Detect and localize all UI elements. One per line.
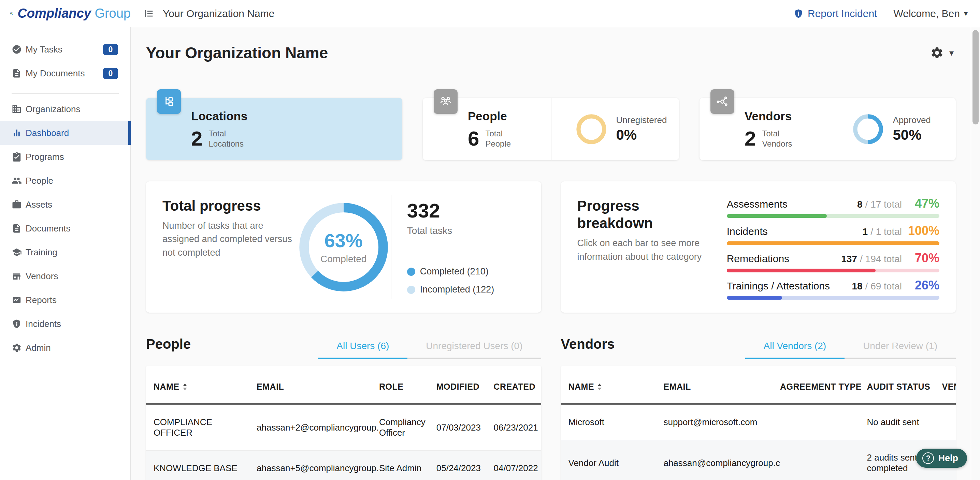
progress-bar-fill [727,296,782,299]
sidebar-item-dashboard[interactable]: Dashboard [0,121,130,145]
sidebar-item-label: Reports [25,295,57,306]
tab-unregistered-users[interactable]: Unregistered Users (0) [407,341,541,359]
col-header-agreement-type[interactable]: AGREEMENT TYPE [780,366,867,404]
cell-agreement-type [780,440,867,480]
my-tasks-count-badge: 0 [103,44,118,55]
sidebar-item-vendors[interactable]: Vendors [0,264,130,288]
col-header-name[interactable]: NAME [561,366,664,404]
total-progress-description: Number of tasks that are assigned and co… [162,219,296,259]
breakdown-row-trainings[interactable]: Trainings / Attestations 18 / 69 total 2… [727,278,939,299]
cell-email: support@microsoft.com [663,404,780,440]
col-header-vendor-cut[interactable]: VEN [942,366,956,404]
cell-created: 06/23/2021 [494,404,541,451]
locations-card[interactable]: Locations 2 TotalLocations [146,98,402,160]
sidebar-item-reports[interactable]: Reports [0,288,130,312]
sidebar-item-incidents[interactable]: Incidents [0,312,130,336]
table-row[interactable]: COMPLIANCE OFFICER ahassan+2@compliancyg… [146,404,541,451]
vendors-table: NAME EMAIL AGREEMENT TYPE AUDIT STATUS V… [561,366,956,480]
unregistered-pct: 0% [616,127,667,143]
progress-breakdown-card: Progress breakdown Click on each bar to … [561,181,956,313]
sidebar-item-my-tasks[interactable]: My Tasks 0 [0,38,130,61]
dashboard-chart-icon [11,128,22,138]
card-title: Vendors [745,109,828,123]
legend-label: Incompleted (122) [420,284,495,295]
col-header-created[interactable]: CREATED [494,366,541,404]
col-header-audit-status[interactable]: AUDIT STATUS [867,366,942,404]
breakdown-row-incidents[interactable]: Incidents 1 / 1 total 100% [727,223,939,245]
org-settings-gear-icon[interactable] [930,46,944,60]
cell-email: ahassan+5@compliancygroup.com [256,451,379,480]
cell-email: ahassan@compliancygroup.com [663,440,780,480]
breakdown-label: Trainings / Attestations [727,280,852,292]
sidebar: My Tasks 0 My Documents 0 Organizations … [0,27,131,480]
sidebar-item-documents[interactable]: Documents [0,217,130,240]
locations-total-label: TotalLocations [208,128,243,149]
donut-label: Approved [893,115,931,125]
table-row[interactable]: Microsoft support@microsoft.com No audit… [561,404,956,440]
page-title: Your Organization Name [146,44,328,62]
breakdown-row-assessments[interactable]: Assessments 8 / 17 total 47% [727,196,939,218]
help-button[interactable]: ? Help [916,448,967,468]
progress-bar-fill [727,214,827,218]
brand-logo[interactable]: Compliancy Group [0,0,131,27]
cell-name: COMPLIANCE OFFICER [146,404,256,451]
org-menu-caret-icon[interactable]: ▾ [949,48,954,58]
scrollbar-thumb[interactable] [972,30,978,124]
table-row[interactable]: Vendor Audit ahassan@compliancygroup.com… [561,440,956,480]
approved-pct: 50% [893,127,931,143]
progress-breakdown-title: Progress breakdown [578,197,690,232]
sidebar-item-people[interactable]: People [0,169,130,193]
cell-role: Compliancy Officer [379,404,436,451]
col-header-email[interactable]: EMAIL [663,366,780,404]
welcome-label: Welcome, Ben [893,8,960,19]
breakdown-count: 1 [862,227,868,237]
sidebar-item-label: Vendors [25,271,58,282]
people-card[interactable]: People 6 TotalPeople Unregistered 0% [423,98,679,160]
tab-all-vendors[interactable]: All Vendors (2) [745,341,845,359]
people-table-card: NAME EMAIL ROLE MODIFIED CREATED COMPLIA… [146,366,541,480]
sidebar-item-my-documents[interactable]: My Documents 0 [0,61,130,85]
total-progress-title: Total progress [162,197,296,214]
total-progress-pct: 63% [320,230,366,252]
breakdown-label: Assessments [727,198,857,210]
col-header-email[interactable]: EMAIL [256,366,379,404]
tab-all-users[interactable]: All Users (6) [318,341,407,359]
organizations-icon [11,104,22,114]
total-tasks-label: Total tasks [407,225,541,236]
cell-name: Vendor Audit [561,440,664,480]
report-incident-button[interactable]: Report Incident [793,8,877,19]
user-menu[interactable]: Welcome, Ben ▾ [893,8,968,19]
sidebar-toggle-icon[interactable] [143,8,154,19]
breakdown-pct: 70% [907,251,939,265]
legend-dot [407,286,415,294]
progress-bar-fill [727,269,876,272]
breakdown-row-remediations[interactable]: Remediations 137 / 194 total 70% [727,251,939,272]
col-header-modified[interactable]: MODIFIED [436,366,494,404]
graduation-cap-icon [11,247,22,257]
vendors-card[interactable]: Vendors 2 TotalVendors Approved 50% [700,98,956,160]
compliancy-swirl-icon [10,4,13,23]
sidebar-item-training[interactable]: Training [0,240,130,264]
breakdown-pct: 47% [907,196,939,211]
sidebar-item-label: Dashboard [25,128,69,138]
sidebar-item-admin[interactable]: Admin [0,336,130,360]
progress-bar-track [727,296,939,299]
total-progress-center-label: Completed [320,253,366,265]
shield-info-icon [793,8,803,19]
breakdown-count: 8 [857,199,862,210]
question-mark-icon: ? [922,452,934,464]
page-scrollbar[interactable] [971,27,980,480]
col-header-name[interactable]: NAME [146,366,256,404]
people-total-label: TotalPeople [485,128,511,149]
breakdown-count: 18 [852,281,862,292]
table-row[interactable]: KNOWLEDGE BASE ahassan+5@compliancygroup… [146,451,541,480]
sidebar-item-assets[interactable]: Assets [0,193,130,217]
approved-donut [852,113,884,145]
col-header-role[interactable]: ROLE [379,366,436,404]
report-incident-label: Report Incident [808,8,877,19]
sidebar-item-organizations[interactable]: Organizations [0,97,130,121]
tab-under-review[interactable]: Under Review (1) [845,341,956,359]
sidebar-divider [11,93,119,94]
sidebar-item-label: Training [25,247,57,258]
sidebar-item-programs[interactable]: Programs [0,145,130,169]
